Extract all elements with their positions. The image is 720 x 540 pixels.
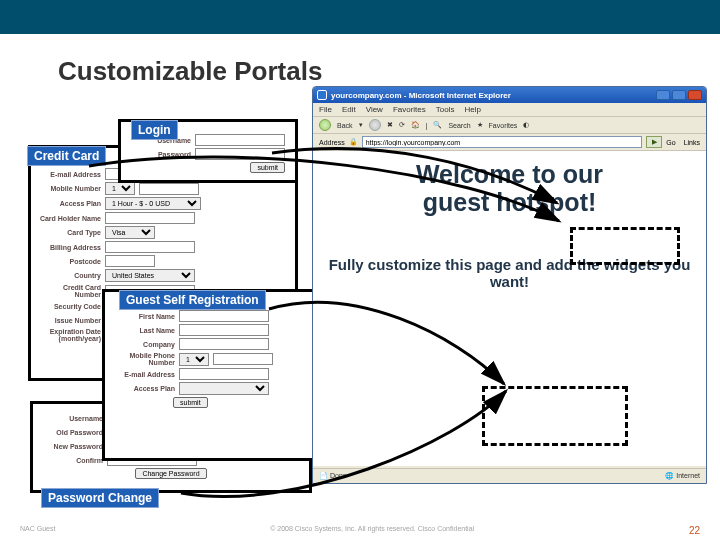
credit-holder-label: Card Holder Name — [37, 215, 101, 222]
credit-holder-input[interactable] — [105, 212, 195, 224]
credit-mobile-label: Mobile Number — [37, 185, 101, 192]
menu-favorites[interactable]: Favorites — [393, 105, 426, 114]
go-label: Go — [666, 139, 675, 146]
status-done: 📄 Done — [319, 472, 347, 480]
credit-postcode-input[interactable] — [105, 255, 155, 267]
browser-page: Welcome to our guest hotspot! Fully cust… — [313, 151, 706, 466]
guest-last-input[interactable] — [179, 324, 269, 336]
done-icon: 📄 — [319, 472, 328, 479]
browser-window: yourcompany.com - Microsoft Internet Exp… — [312, 86, 707, 484]
widget-placeholder-1 — [570, 227, 680, 265]
menu-view[interactable]: View — [366, 105, 383, 114]
toolbar-refresh-icon[interactable]: ⟳ — [399, 121, 405, 129]
credit-billing-label: Billing Address — [37, 244, 101, 251]
internet-icon: 🌐 — [665, 472, 674, 479]
search-label: Search — [448, 122, 470, 129]
credit-mobile-code[interactable]: 1 — [105, 182, 135, 195]
credit-mobile-input[interactable] — [139, 183, 199, 195]
window-maximize-button[interactable] — [672, 90, 686, 100]
pwd-username-label: Username — [39, 415, 103, 422]
login-username-input[interactable] — [195, 134, 285, 146]
credit-card-heading: Credit Card — [27, 146, 106, 166]
browser-titlebar: yourcompany.com - Microsoft Internet Exp… — [313, 87, 706, 103]
login-submit-button[interactable]: submit — [250, 162, 285, 173]
credit-billing-input[interactable] — [105, 241, 195, 253]
menu-help[interactable]: Help — [464, 105, 480, 114]
window-minimize-button[interactable] — [656, 90, 670, 100]
forward-button[interactable] — [369, 119, 381, 131]
guest-company-label: Company — [111, 341, 175, 348]
credit-access-select[interactable]: 1 Hour - $ - 0 USD — [105, 197, 201, 210]
browser-menubar[interactable]: File Edit View Favorites Tools Help — [313, 103, 706, 117]
address-label: Address — [319, 139, 345, 146]
guest-last-label: Last Name — [111, 327, 175, 334]
credit-cc-label: Credit Card Number — [37, 284, 101, 298]
slide-footer: NAC Guest © 2008 Cisco Systems, Inc. All… — [0, 525, 720, 536]
stage: Credit Card E-mail Address Mobile Number… — [0, 87, 720, 517]
credit-type-label: Card Type — [37, 229, 101, 236]
browser-title: yourcompany.com - Microsoft Internet Exp… — [331, 91, 652, 100]
footer-page-number: 22 — [689, 525, 700, 536]
credit-access-label: Access Plan — [37, 200, 101, 207]
toolbar-search-icon[interactable]: 🔍 — [433, 121, 442, 129]
guest-first-label: First Name — [111, 313, 175, 320]
widget-placeholder-2 — [482, 386, 628, 446]
credit-email-label: E-mail Address — [37, 171, 101, 178]
credit-issue-label: Issue Number — [37, 317, 101, 324]
pwd-old-label: Old Password — [39, 429, 103, 436]
pwd-new-label: New Password — [39, 443, 103, 450]
credit-country-select[interactable]: United States — [105, 269, 195, 282]
go-button[interactable]: ▶ — [646, 136, 662, 148]
login-heading: Login — [131, 120, 178, 140]
toolbar-favorites-icon[interactable]: ★ — [477, 121, 483, 129]
guest-email-input[interactable] — [179, 368, 269, 380]
footer-copyright: © 2008 Cisco Systems, Inc. All rights re… — [55, 525, 688, 536]
guest-submit-button[interactable]: submit — [173, 397, 208, 408]
toolbar-home-icon[interactable]: 🏠 — [411, 121, 420, 129]
login-password-label: Password — [127, 151, 191, 158]
login-password-input[interactable] — [195, 148, 285, 160]
menu-file[interactable]: File — [319, 105, 332, 114]
password-change-heading: Password Change — [41, 488, 159, 508]
browser-addressbar: Address 🔒 ▶ Go Links — [313, 134, 706, 151]
guest-mobile-label: Mobile Phone Number — [111, 352, 175, 366]
footer-left: NAC Guest — [20, 525, 55, 536]
credit-country-label: Country — [37, 272, 101, 279]
browser-statusbar: 📄 Done 🌐 Internet — [313, 468, 706, 483]
toolbar-separator: ▾ — [359, 121, 363, 129]
headline-line2: guest hotspot! — [423, 188, 597, 216]
guest-access-select[interactable] — [179, 382, 269, 395]
login-panel: Login Username Password submit — [118, 119, 298, 183]
browser-toolbar: Back ▾ ✖ ⟳ 🏠 | 🔍 Search ★ Favorites ◐ — [313, 117, 706, 134]
address-input[interactable] — [362, 136, 643, 148]
hotspot-headline: Welcome to our guest hotspot! — [325, 161, 694, 216]
toolbar-stop-icon[interactable]: ✖ — [387, 121, 393, 129]
guest-heading: Guest Self Registration — [119, 290, 266, 310]
guest-email-label: E-mail Address — [111, 371, 175, 378]
window-close-button[interactable] — [688, 90, 702, 100]
menu-edit[interactable]: Edit — [342, 105, 356, 114]
back-label: Back — [337, 122, 353, 129]
credit-type-select[interactable]: Visa — [105, 226, 155, 239]
back-button[interactable] — [319, 119, 331, 131]
slide-title: Customizable Portals — [58, 56, 720, 87]
guest-first-input[interactable] — [179, 310, 269, 322]
guest-access-label: Access Plan — [111, 385, 175, 392]
guest-company-input[interactable] — [179, 338, 269, 350]
ie-icon — [317, 90, 327, 100]
credit-postcode-label: Postcode — [37, 258, 101, 265]
favorites-label: Favorites — [489, 122, 518, 129]
credit-sec-label: Security Code — [37, 303, 101, 310]
links-label[interactable]: Links — [684, 139, 700, 146]
guest-mobile-code[interactable]: 1 — [179, 353, 209, 366]
address-lock-icon: 🔒 — [349, 138, 358, 146]
guest-mobile-input[interactable] — [213, 353, 273, 365]
toolbar-media-icon[interactable]: ◐ — [523, 121, 529, 129]
credit-exp-label: Expiration Date (month/year) — [37, 328, 101, 342]
menu-tools[interactable]: Tools — [436, 105, 455, 114]
pwd-confirm-label: Confirm — [39, 457, 103, 464]
header-bar — [0, 0, 720, 34]
status-zone: 🌐 Internet — [665, 472, 700, 480]
headline-line1: Welcome to our — [416, 160, 603, 188]
pwd-change-button[interactable]: Change Password — [135, 468, 206, 479]
